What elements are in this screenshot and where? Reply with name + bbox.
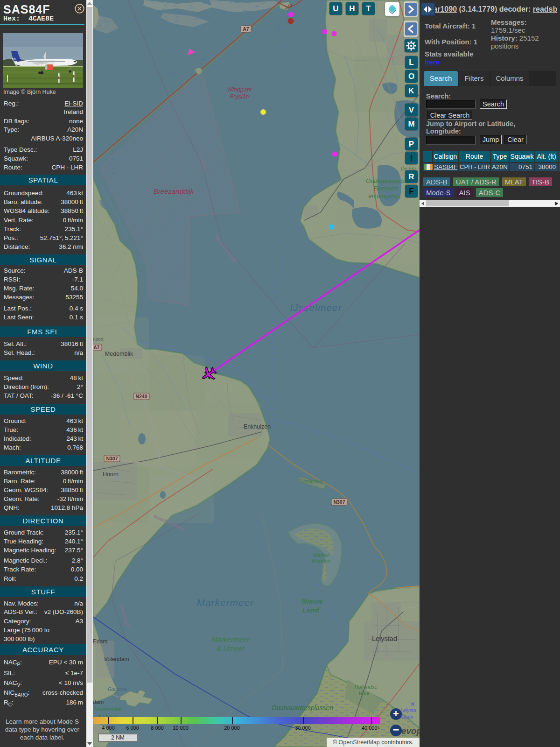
svg-text:dam: dam — [93, 699, 104, 705]
svg-text:& IJmeer: & IJmeer — [217, 644, 245, 652]
svg-text:Gouwzee: Gouwzee — [108, 687, 128, 692]
svg-text:Volendam: Volendam — [104, 656, 129, 662]
svg-text:N307: N307 — [106, 456, 118, 461]
svg-text:Marker: Marker — [313, 552, 330, 558]
svg-text:Fryslân: Fryslân — [230, 93, 249, 100]
svg-text:Markermeer: Markermeer — [94, 706, 123, 712]
svg-text:Windpark: Windpark — [227, 86, 252, 93]
svg-text:Enkhuizen: Enkhuizen — [244, 423, 271, 430]
svg-text:Oudegaasterbre: Oudegaasterbre — [366, 177, 410, 184]
svg-text:IJsselmeer: IJsselmeer — [290, 302, 342, 313]
svg-text:Medemblik: Medemblik — [105, 351, 133, 357]
svg-text:Lelystad: Lelystad — [372, 635, 397, 642]
svg-text:riport: riport — [93, 337, 104, 342]
svg-text:A7: A7 — [93, 345, 100, 350]
svg-text:Hout: Hout — [358, 691, 370, 696]
svg-text:en omgevin: en omgevin — [368, 192, 399, 199]
svg-text:Wadden: Wadden — [312, 558, 331, 564]
svg-text:N307: N307 — [333, 499, 345, 505]
svg-text:Markermeer: Markermeer — [212, 635, 250, 643]
svg-text:Oostvaardersplassen: Oostvaardersplassen — [272, 704, 334, 712]
svg-text:Land: Land — [302, 606, 320, 614]
svg-text:A7: A7 — [243, 26, 249, 32]
svg-text:Hollandse: Hollandse — [355, 684, 378, 690]
svg-text:Hoorn: Hoorn — [103, 471, 119, 478]
svg-text:Nieuw: Nieuw — [302, 597, 323, 605]
svg-text:Fluessen: Fluessen — [373, 185, 398, 192]
svg-text:Markermeer: Markermeer — [196, 597, 254, 608]
svg-text:Edam: Edam — [93, 638, 107, 645]
svg-text:Trintelzand: Trintelzand — [300, 479, 322, 484]
svg-text:Breezanddijk: Breezanddijk — [154, 187, 195, 195]
svg-text:N240: N240 — [135, 394, 147, 399]
